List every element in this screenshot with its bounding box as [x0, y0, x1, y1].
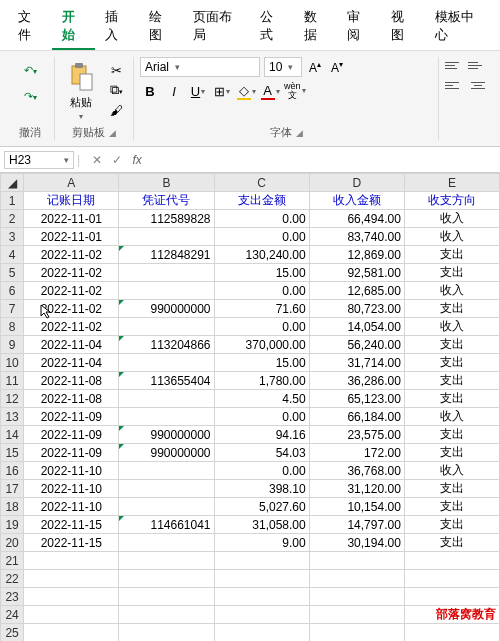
cell[interactable]: 收入	[404, 408, 499, 426]
tab-开始[interactable]: 开始	[52, 4, 96, 50]
header-cell[interactable]: 记账日期	[24, 192, 119, 210]
cell[interactable]: 支出	[404, 444, 499, 462]
cell[interactable]	[309, 570, 404, 588]
cell[interactable]: 支出	[404, 426, 499, 444]
cell[interactable]: 0.00	[214, 408, 309, 426]
cell[interactable]: 36,286.00	[309, 372, 404, 390]
spreadsheet-grid[interactable]: ◢ABCDE 1记账日期凭证代号支出金额收入金额收支方向22022-11-011…	[0, 173, 500, 641]
cell[interactable]: 0.00	[214, 228, 309, 246]
cell[interactable]: 15.00	[214, 264, 309, 282]
cell[interactable]	[404, 570, 499, 588]
row-header[interactable]: 6	[1, 282, 24, 300]
border-button[interactable]: ⊞▾	[212, 81, 232, 101]
tab-数据[interactable]: 数据	[294, 4, 338, 50]
align-left-button[interactable]	[445, 77, 465, 93]
cell[interactable]: 支出	[404, 498, 499, 516]
cell[interactable]: 370,000.00	[214, 336, 309, 354]
row-header[interactable]: 14	[1, 426, 24, 444]
enter-formula-button[interactable]: ✓	[109, 152, 125, 168]
cell[interactable]: 23,575.00	[309, 426, 404, 444]
align-top-button[interactable]	[445, 57, 465, 73]
header-cell[interactable]: 收支方向	[404, 192, 499, 210]
format-painter-button[interactable]: 🖌	[105, 101, 127, 119]
tab-模板中心[interactable]: 模板中心	[425, 4, 492, 50]
cell[interactable]	[24, 570, 119, 588]
cell[interactable]: 2022-11-02	[24, 282, 119, 300]
cell[interactable]	[309, 588, 404, 606]
cell[interactable]: 2022-11-10	[24, 480, 119, 498]
header-cell[interactable]: 凭证代号	[119, 192, 214, 210]
cell[interactable]: 1,780.00	[214, 372, 309, 390]
cell[interactable]	[119, 534, 214, 552]
row-header[interactable]: 3	[1, 228, 24, 246]
cell[interactable]: 130,240.00	[214, 246, 309, 264]
cell[interactable]: 15.00	[214, 354, 309, 372]
cell[interactable]: 支出	[404, 534, 499, 552]
fill-color-button[interactable]: ◇▾	[236, 81, 256, 101]
cell[interactable]	[214, 624, 309, 642]
row-header[interactable]: 16	[1, 462, 24, 480]
cell[interactable]	[119, 228, 214, 246]
cell[interactable]	[24, 588, 119, 606]
cell[interactable]	[214, 552, 309, 570]
row-header[interactable]: 23	[1, 588, 24, 606]
cell[interactable]	[119, 480, 214, 498]
cell[interactable]: 990000000	[119, 426, 214, 444]
cell[interactable]	[119, 552, 214, 570]
col-header-D[interactable]: D	[309, 174, 404, 192]
cell[interactable]	[309, 552, 404, 570]
formula-bar[interactable]	[151, 150, 496, 169]
header-cell[interactable]: 支出金额	[214, 192, 309, 210]
cell[interactable]	[119, 390, 214, 408]
col-header-B[interactable]: B	[119, 174, 214, 192]
phonetic-button[interactable]: wèn文▾	[284, 81, 306, 101]
cell[interactable]: 5,027.60	[214, 498, 309, 516]
cell[interactable]: 收入	[404, 462, 499, 480]
tab-审阅[interactable]: 审阅	[337, 4, 381, 50]
row-header[interactable]: 24	[1, 606, 24, 624]
cell[interactable]: 66,184.00	[309, 408, 404, 426]
cell[interactable]: 支出	[404, 246, 499, 264]
undo-button[interactable]: ↶▾	[12, 57, 48, 81]
cell[interactable]	[119, 264, 214, 282]
italic-button[interactable]: I	[164, 81, 184, 101]
cell[interactable]: 83,740.00	[309, 228, 404, 246]
redo-button[interactable]: ↷▾	[12, 83, 48, 107]
cell[interactable]: 2022-11-09	[24, 408, 119, 426]
cell[interactable]	[404, 552, 499, 570]
cell[interactable]: 2022-11-02	[24, 318, 119, 336]
cell[interactable]: 2022-11-15	[24, 516, 119, 534]
cell[interactable]: 支出	[404, 300, 499, 318]
tab-页面布局[interactable]: 页面布局	[183, 4, 250, 50]
cell[interactable]: 9.00	[214, 534, 309, 552]
cell[interactable]: 2022-11-01	[24, 228, 119, 246]
cell[interactable]	[214, 570, 309, 588]
cell[interactable]	[119, 606, 214, 624]
decrease-font-button[interactable]: A▾	[328, 58, 346, 76]
watermark-cell[interactable]: 部落窝教育	[404, 606, 499, 624]
paste-button[interactable]: 粘贴 ▾	[61, 57, 101, 123]
cell[interactable]: 65,123.00	[309, 390, 404, 408]
cell[interactable]: 收入	[404, 318, 499, 336]
row-header[interactable]: 1	[1, 192, 24, 210]
cell[interactable]: 2022-11-15	[24, 534, 119, 552]
cell[interactable]: 2022-11-10	[24, 498, 119, 516]
cell[interactable]: 31,058.00	[214, 516, 309, 534]
cell[interactable]: 31,714.00	[309, 354, 404, 372]
cell[interactable]: 112589828	[119, 210, 214, 228]
cell[interactable]: 2022-11-08	[24, 372, 119, 390]
cell[interactable]: 2022-11-01	[24, 210, 119, 228]
cell[interactable]: 0.00	[214, 318, 309, 336]
cell[interactable]: 114661041	[119, 516, 214, 534]
cell[interactable]: 2022-11-04	[24, 354, 119, 372]
font-launcher-icon[interactable]: ◢	[296, 128, 303, 138]
row-header[interactable]: 5	[1, 264, 24, 282]
row-header[interactable]: 12	[1, 390, 24, 408]
col-header-A[interactable]: A	[24, 174, 119, 192]
row-header[interactable]: 20	[1, 534, 24, 552]
fx-button[interactable]: fx	[129, 152, 145, 168]
cell[interactable]: 4.50	[214, 390, 309, 408]
cell[interactable]: 支出	[404, 480, 499, 498]
row-header[interactable]: 4	[1, 246, 24, 264]
paste-dropdown-icon[interactable]: ▾	[79, 112, 83, 121]
